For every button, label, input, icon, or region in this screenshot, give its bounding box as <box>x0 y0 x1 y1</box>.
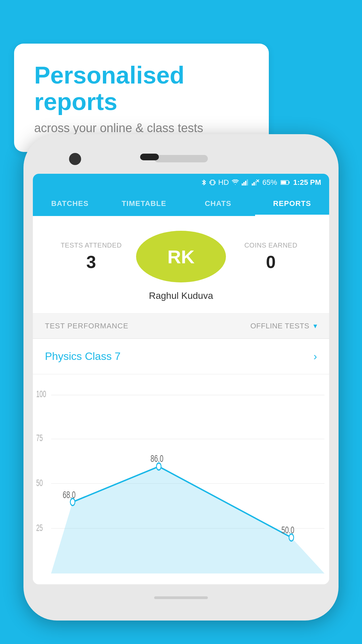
svg-rect-0 <box>211 180 214 185</box>
coins-earned-value: 0 <box>266 252 276 272</box>
svg-rect-3 <box>242 183 243 185</box>
svg-rect-8 <box>253 182 255 185</box>
avatar-initials: RK <box>168 246 195 268</box>
data-label-1: 86.0 <box>150 453 163 464</box>
svg-rect-9 <box>255 181 256 185</box>
phone-screen: HD <box>33 174 329 584</box>
filter-section[interactable]: OFFLINE TESTS ▾ <box>250 322 317 330</box>
no-signal-icon <box>252 179 259 185</box>
chevron-down-icon: ▾ <box>313 322 317 330</box>
data-label-0: 68.0 <box>63 489 75 500</box>
profile-name: Raghul Kuduva <box>149 290 213 301</box>
avatar: RK <box>136 231 226 282</box>
sensor <box>140 154 159 160</box>
physics-class-row[interactable]: Physics Class 7 › <box>33 339 329 374</box>
y-label-25: 25 <box>36 523 43 533</box>
tests-attended-value: 3 <box>86 252 96 272</box>
section-header: TEST PERFORMANCE OFFLINE TESTS ▾ <box>33 314 329 339</box>
home-indicator <box>154 596 208 599</box>
bubble-title: Personalised reports <box>34 62 249 115</box>
svg-rect-7 <box>252 183 253 185</box>
y-label-50: 50 <box>36 478 43 488</box>
clock: 1:25 PM <box>293 178 321 187</box>
phone-bottom <box>154 584 208 611</box>
profile-section: TESTS ATTENDED 3 RK COINS EARNED 0 Raghu… <box>33 216 329 314</box>
tab-reports[interactable]: REPORTS <box>255 191 329 216</box>
phone-frame: HD <box>23 134 339 621</box>
chevron-right-icon: › <box>313 350 317 363</box>
profile-row: TESTS ATTENDED 3 RK COINS EARNED 0 <box>46 231 316 282</box>
svg-rect-5 <box>245 181 246 185</box>
signal-icon <box>242 179 249 185</box>
coins-earned-label: COINS EARNED <box>244 241 297 249</box>
tab-timetable[interactable]: TIMETABLE <box>107 191 181 216</box>
tab-batches[interactable]: BATCHES <box>33 191 107 216</box>
performance-chart: 100 75 50 25 68.0 86.0 <box>33 381 326 581</box>
svg-rect-14 <box>281 181 286 184</box>
wifi-icon <box>232 179 239 185</box>
y-label-100: 100 <box>36 389 46 399</box>
chart-area: 100 75 50 25 68.0 86.0 <box>33 374 329 584</box>
status-icons: HD <box>201 178 259 187</box>
y-label-75: 75 <box>36 433 43 443</box>
tests-attended-block: TESTS ATTENDED 3 <box>46 241 136 272</box>
data-label-2: 50.0 <box>282 524 294 535</box>
status-bar: HD <box>33 174 329 191</box>
class-name: Physics Class 7 <box>45 350 121 363</box>
tests-attended-label: TESTS ATTENDED <box>61 241 122 249</box>
bluetooth-icon <box>201 179 207 186</box>
svg-rect-4 <box>243 182 245 185</box>
tab-chats[interactable]: CHATS <box>181 191 255 216</box>
nav-tabs: BATCHES TIMETABLE CHATS REPORTS <box>33 191 329 216</box>
svg-rect-6 <box>247 179 248 185</box>
vibrate-icon <box>209 179 216 186</box>
camera-icon <box>69 153 81 165</box>
battery-icon <box>281 180 290 185</box>
data-point-1 <box>157 463 161 470</box>
speaker <box>154 155 208 162</box>
battery-percent: 65% <box>262 178 277 187</box>
hd-badge: HD <box>218 178 229 187</box>
svg-rect-13 <box>289 181 290 183</box>
bubble-subtitle: across your online & class tests <box>34 121 249 135</box>
test-performance-label: TEST PERFORMANCE <box>45 322 128 330</box>
phone-top <box>33 144 329 174</box>
filter-label: OFFLINE TESTS <box>250 322 309 330</box>
coins-earned-block: COINS EARNED 0 <box>226 241 316 272</box>
